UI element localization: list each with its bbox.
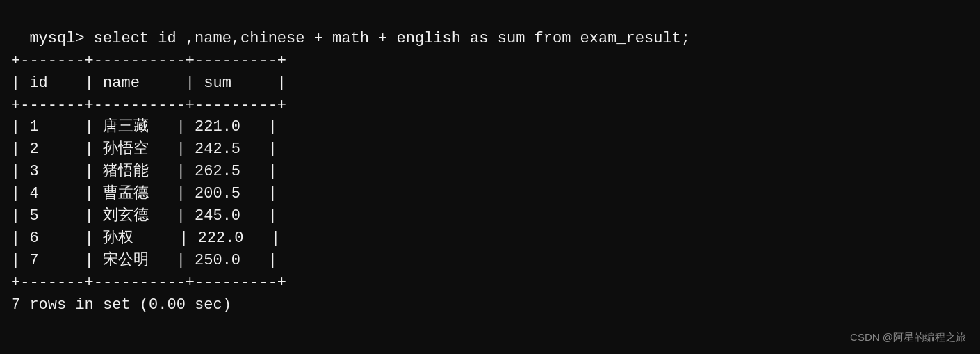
query: select id ,name,chinese + math + english… xyxy=(94,30,690,47)
separator-bottom: +-------+----------+---------+ xyxy=(11,274,286,291)
terminal-output: mysql> select id ,name,chinese + math + … xyxy=(11,6,969,316)
table-row: | 4 | 曹孟德 | 200.5 | xyxy=(11,185,277,202)
prompt-line: mysql> select id ,name,chinese + math + … xyxy=(29,30,690,47)
table-header: | id | name | sum | xyxy=(11,74,286,92)
table-row: | 1 | 唐三藏 | 221.0 | xyxy=(11,118,277,136)
table-row: | 5 | 刘玄德 | 245.0 | xyxy=(11,207,277,225)
table-row: | 3 | 猪悟能 | 262.5 | xyxy=(11,163,277,180)
table-row: | 6 | 孙权 | 222.0 | xyxy=(11,230,280,247)
table-row: | 7 | 宋公明 | 250.0 | xyxy=(11,252,277,269)
separator-top: +-------+----------+---------+ xyxy=(11,52,286,70)
footer: 7 rows in set (0.00 sec) xyxy=(11,296,231,314)
prompt: mysql> xyxy=(29,30,84,47)
watermark: CSDN @阿星的编程之旅 xyxy=(850,331,966,344)
separator-mid: +-------+----------+---------+ xyxy=(11,97,286,114)
table-row: | 2 | 孙悟空 | 242.5 | xyxy=(11,140,277,158)
